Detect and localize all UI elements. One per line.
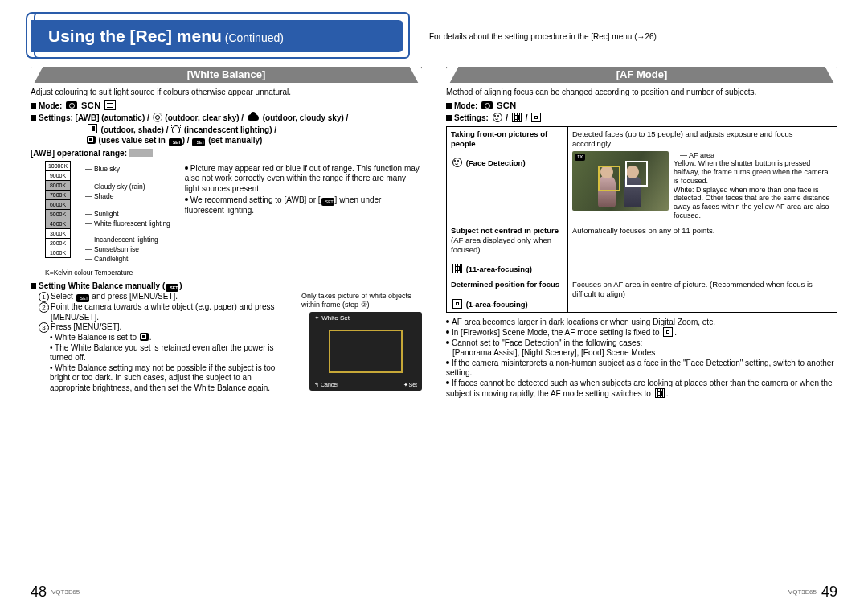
af-mode-column: [AF Mode] Method of aligning focus can b…: [446, 67, 837, 400]
sun-icon: [154, 113, 162, 121]
af-mode-line: Mode: SCN: [446, 100, 837, 112]
af-mode-table: Taking front-on pictures of people (Face…: [446, 126, 837, 313]
camera-icon: [66, 101, 77, 109]
page-footer: 48VQT3E65 VQT3E6549: [31, 584, 837, 601]
header-row: Using the [Rec] menu (Continued) For det…: [31, 20, 837, 52]
white-balance-header: [White Balance]: [31, 67, 422, 83]
af-notes: AF area becomes larger in dark locations…: [446, 318, 837, 400]
white-set-preview: Only takes picture of white objects with…: [301, 292, 422, 393]
kelvin-chart: 10000K 9000K 8000K 7000K 6000K 5000K 400…: [45, 161, 170, 264]
face-detection-photo: 1X: [572, 151, 669, 211]
af-mode-header: [AF Mode]: [446, 67, 837, 83]
af-intro: Method of aligning focus can be changed …: [446, 88, 837, 98]
white-balance-column: [White Balance] Adjust colouring to suit…: [31, 67, 422, 400]
shade-icon: [88, 124, 97, 133]
single-area-icon: [531, 113, 541, 122]
wb-manual-heading: Setting White Balance manually (): [31, 281, 422, 292]
wb-manual-icon: [87, 136, 96, 144]
header-details: For details about the setting procedure …: [429, 32, 837, 41]
clip-icon: [104, 100, 116, 110]
wb-settings: Settings: [AWB] (automatic) / (outdoor, …: [31, 113, 422, 146]
kelvin-footer: K=Kelvin colour Temperature: [45, 269, 422, 277]
camera-icon: [481, 101, 493, 109]
wb-intro: Adjust colouring to suit light source if…: [31, 88, 422, 98]
af-settings-line: Settings: / /: [446, 113, 837, 124]
set-icon: [169, 138, 182, 146]
bulb-icon: [172, 125, 180, 133]
multi-area-icon: [512, 113, 522, 122]
cloud-icon: [248, 114, 259, 121]
awb-range-label: [AWB] operational range:: [31, 149, 422, 159]
wb-notes: Picture may appear red or blue if out of…: [170, 159, 422, 267]
page-title: Using the [Rec] menu (Continued): [31, 20, 403, 52]
set-icon-2: [192, 138, 205, 146]
wb-mode: Mode: SCN: [31, 100, 422, 112]
wb-manual-steps: 1Select and press [MENU/SET]. 2Point the…: [31, 292, 290, 393]
face-detection-icon: [493, 113, 502, 122]
